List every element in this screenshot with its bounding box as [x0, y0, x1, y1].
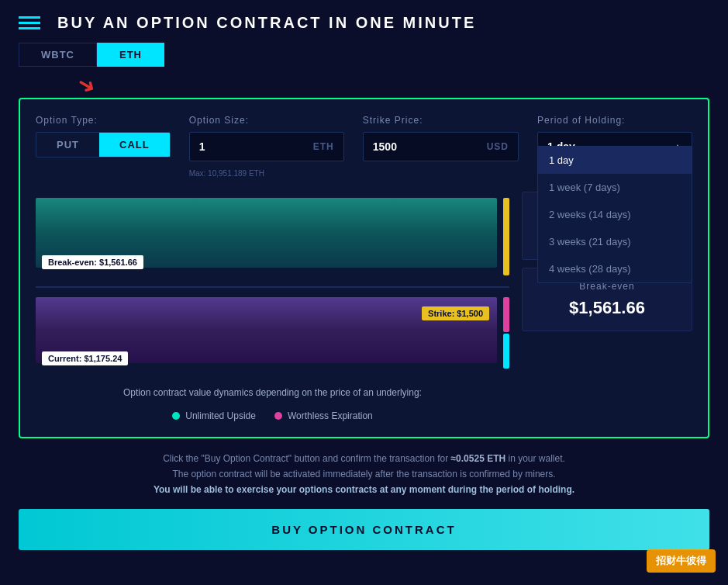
- breakeven-value: $1,561.66: [538, 298, 676, 318]
- legend-label-upside: Unlimited Upside: [185, 410, 256, 421]
- info-line-2: The option contract will be activated im…: [19, 466, 709, 482]
- info-line-1: Click the "Buy Option Contract" button a…: [19, 451, 709, 466]
- option-size-group: Option Size: ETH Max: 10,951.189 ETH: [189, 115, 344, 178]
- chart-area: Break-even: $1,561.66 Strike: $1,500 Cur…: [36, 192, 509, 421]
- period-holding-group: Period of Holding: 1 day ▲ 1 day 1 week …: [537, 115, 692, 161]
- legend-row: Unlimited Upside Worthless Expiration: [36, 410, 509, 421]
- period-holding-menu: 1 day 1 week (7 days) 2 weeks (14 days) …: [537, 146, 692, 283]
- current-badge: Current: $1,175.24: [42, 351, 128, 365]
- tab-eth[interactable]: ETH: [97, 43, 164, 67]
- chart-upper-row: Break-even: $1,561.66: [36, 192, 509, 283]
- controls-row: Option Type: PUT CALL Option Size: ETH M…: [36, 115, 692, 178]
- main-card: Option Type: PUT CALL Option Size: ETH M…: [19, 98, 709, 438]
- legend-unlimited-upside: Unlimited Upside: [172, 410, 256, 421]
- option-type-label: Option Type:: [36, 115, 171, 126]
- option-size-input-wrapper: ETH: [189, 132, 344, 161]
- period-option-1week[interactable]: 1 week (7 days): [538, 174, 692, 201]
- option-size-input[interactable]: [199, 140, 313, 153]
- legend-label-worthless: Worthless Expiration: [288, 410, 373, 421]
- side-bars-lower: [503, 291, 509, 376]
- legend-worthless-expiration: Worthless Expiration: [274, 410, 373, 421]
- watermark: 招财牛彼得: [647, 549, 716, 573]
- side-bars-upper: [503, 192, 509, 283]
- chart-description: Option contract value dynamics depending…: [36, 387, 509, 398]
- breakeven-badge: Break-even: $1,561.66: [42, 255, 143, 269]
- chart-upper: Break-even: $1,561.66: [36, 192, 497, 277]
- option-size-label: Option Size:: [189, 115, 344, 126]
- info-text: Click the "Buy Option Contract" button a…: [19, 451, 709, 498]
- period-option-3weeks[interactable]: 3 weeks (21 days): [538, 228, 692, 255]
- strike-price-suffix: USD: [487, 141, 509, 152]
- page-header: BUY AN OPTION CONTRACT IN ONE MINUTE: [0, 0, 728, 43]
- strike-price-input[interactable]: [373, 140, 487, 153]
- strike-price-input-wrapper: USD: [363, 132, 519, 161]
- side-bar-pink: [503, 297, 509, 332]
- side-bar-cyan: [503, 334, 509, 369]
- legend-dot-upside: [172, 412, 180, 420]
- option-type-toggle: PUT CALL: [36, 132, 171, 158]
- period-holding-label: Period of Holding:: [537, 115, 692, 126]
- header-line-3: [19, 27, 40, 29]
- tab-wbtc[interactable]: WBTC: [19, 43, 97, 67]
- option-type-group: Option Type: PUT CALL: [36, 115, 171, 158]
- period-option-2weeks[interactable]: 2 weeks (14 days): [538, 201, 692, 228]
- option-size-max: Max: 10,951.189 ETH: [189, 169, 344, 178]
- page-title: BUY AN OPTION CONTRACT IN ONE MINUTE: [57, 14, 476, 32]
- period-option-1day[interactable]: 1 day: [538, 147, 692, 174]
- arrow-indicator: ➜: [78, 74, 728, 96]
- period-option-4weeks[interactable]: 4 weeks (28 days): [538, 255, 692, 282]
- arrow-icon: ➜: [74, 71, 100, 99]
- buy-option-button[interactable]: BUY OPTION CONTRACT: [19, 509, 709, 550]
- call-button[interactable]: CALL: [99, 133, 170, 157]
- info-line-3: You will be able to exercise your option…: [19, 482, 709, 497]
- strike-badge: Strike: $1,500: [422, 306, 489, 320]
- side-bar-yellow: [503, 198, 509, 275]
- option-size-suffix: ETH: [313, 141, 334, 152]
- buy-button-wrapper: BUY OPTION CONTRACT: [19, 509, 709, 550]
- legend-dot-worthless: [274, 412, 282, 420]
- info-section: Click the "Buy Option Contract" button a…: [19, 451, 709, 498]
- chart-legend-area: Option contract value dynamics depending…: [36, 387, 509, 421]
- chart-divider: [36, 286, 509, 288]
- header-line-1: [19, 16, 40, 19]
- chart-lower-row: Strike: $1,500 Current: $1,175.24: [36, 291, 509, 376]
- chart-lower: Strike: $1,500 Current: $1,175.24: [36, 291, 497, 376]
- asset-tabs: WBTC ETH: [19, 43, 709, 67]
- header-line-2: [19, 22, 40, 24]
- strike-price-group: Strike Price: USD: [363, 115, 519, 161]
- put-button[interactable]: PUT: [36, 133, 99, 157]
- strike-price-label: Strike Price:: [363, 115, 519, 126]
- header-decoration: [19, 16, 40, 29]
